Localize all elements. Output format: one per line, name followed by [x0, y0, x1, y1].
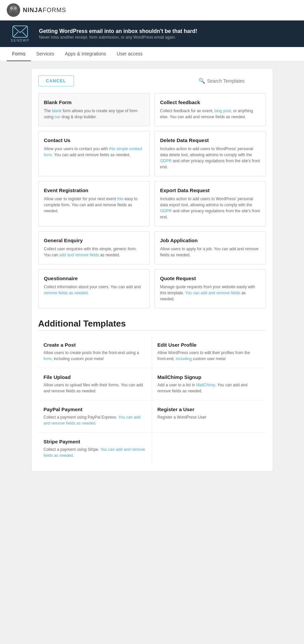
svg-line-10 [22, 32, 27, 37]
additional-template-grid: Create a Post Allow users to create post… [38, 336, 266, 465]
template-card-job-application[interactable]: Job Application Allow users to apply for… [155, 231, 266, 264]
search-input[interactable] [207, 78, 266, 84]
nav-item-forms[interactable]: Forms [7, 47, 31, 61]
template-card-desc: Manage quote requests from your website … [160, 284, 260, 302]
additional-card-desc: Allow users to create posts from the fro… [44, 350, 146, 362]
cancel-button[interactable]: CANCEL [38, 75, 74, 86]
template-card-title: Event Registration [44, 187, 144, 193]
template-card-desc: Allow users to apply for a job. You can … [160, 246, 260, 258]
template-card-title: Export Data Request [160, 187, 260, 193]
template-card-desc: Allow your users to contact you with thi… [44, 146, 144, 158]
additional-card-desc: Collect a payment using PayPal Express. … [44, 414, 146, 426]
template-card-desc: Collect feedback for an event, blog post… [160, 108, 260, 120]
template-card-quote-request[interactable]: Quote Request Manage quote requests from… [155, 269, 266, 308]
additional-card-desc: Collect a payment using Stripe. You can … [44, 446, 146, 459]
banner-subtitle: Never miss another receipt, form submiss… [39, 35, 297, 40]
main-content: CANCEL 🔍 Blank Form The blank form allow… [31, 68, 273, 472]
template-card-title: General Enquiry [44, 238, 144, 243]
template-card-delete-data-request[interactable]: Delete Data Request Includes action to a… [155, 131, 266, 176]
nav-item-apps-integrations[interactable]: Apps & Integrations [59, 47, 111, 61]
additional-card-mailchimp-signup[interactable]: MailChimp Signup Add a user to a list in… [152, 368, 266, 400]
additional-card-file-upload[interactable]: File Upload Allow users to upload files … [38, 368, 152, 400]
template-card-export-data-request[interactable]: Export Data Request Includes action to a… [155, 181, 266, 226]
header: NINJAFORMS [0, 0, 304, 20]
additional-card-title: File Upload [44, 374, 146, 380]
logo-area: NINJAFORMS [7, 3, 66, 17]
template-card-title: Delete Data Request [160, 137, 260, 143]
main-nav: Forms Services Apps & Integrations User … [0, 47, 304, 61]
banner: SENDWP Getting WordPress email into an i… [0, 20, 304, 47]
template-card-title: Contact Us [44, 137, 144, 143]
additional-card-title: PayPal Payment [44, 406, 146, 412]
template-card-event-registration[interactable]: Event Registration Allow user to registe… [38, 181, 150, 226]
template-card-title: Blank Form [44, 99, 144, 105]
template-card-desc: Allow user to register for your next eve… [44, 196, 144, 214]
template-card-title: Quote Request [160, 275, 260, 281]
additional-card-desc: Register a WordPress User [158, 414, 261, 420]
template-card-collect-feedback[interactable]: Collect feedback Collect feedback for an… [155, 93, 266, 126]
svg-point-6 [11, 8, 12, 9]
additional-card-title: Register a User [158, 406, 261, 412]
template-card-desc: The blank form allows you to create any … [44, 108, 144, 120]
additional-card-create-post[interactable]: Create a Post Allow users to create post… [38, 336, 152, 368]
additional-templates-title: Additional Templates [38, 318, 266, 329]
additional-card-desc: Allow users to upload files with their f… [44, 382, 146, 394]
banner-title: Getting WordPress email into an inbox sh… [39, 28, 297, 34]
additional-card-title: Stripe Payment [44, 439, 146, 444]
additional-card-title: Create a Post [44, 342, 146, 348]
ninja-forms-logo-icon [7, 3, 20, 17]
additional-card-paypal-payment[interactable]: PayPal Payment Collect a payment using P… [38, 400, 152, 433]
template-grid: Blank Form The blank form allows you to … [38, 93, 266, 308]
template-card-desc: Collect user enquiries with this simple,… [44, 246, 144, 258]
template-card-title: Collect feedback [160, 99, 260, 105]
nav-item-services[interactable]: Services [31, 47, 60, 61]
additional-card-desc: Add a user to a list in MailChimp. You c… [158, 382, 261, 394]
nav-item-user-access[interactable]: User access [112, 47, 148, 61]
template-card-desc: Includes action to add users to WordPres… [160, 146, 260, 170]
template-card-desc: Collect information about your users. Yo… [44, 284, 144, 296]
additional-card-title: MailChimp Signup [158, 374, 261, 380]
template-card-questionnaire[interactable]: Questionnaire Collect information about … [38, 269, 150, 308]
search-icon: 🔍 [199, 78, 205, 84]
top-bar: CANCEL 🔍 [38, 75, 266, 86]
banner-logo: SENDWP [7, 25, 34, 42]
additional-card-stripe-payment[interactable]: Stripe Payment Collect a payment using S… [38, 433, 152, 465]
sendwp-label: SENDWP [11, 39, 30, 42]
banner-text: Getting WordPress email into an inbox sh… [39, 28, 297, 40]
svg-point-7 [15, 8, 16, 9]
svg-line-9 [13, 32, 18, 37]
additional-card-edit-user-profile[interactable]: Edit User Profile Allow WordPress users … [152, 336, 266, 368]
template-card-blank-form[interactable]: Blank Form The blank form allows you to … [38, 93, 150, 126]
template-card-desc: Includes action to add users to WordPres… [160, 196, 260, 220]
additional-card-desc: Allow WordPress users to edit their prof… [158, 350, 261, 362]
additional-card-title: Edit User Profile [158, 342, 261, 348]
sendwp-icon [12, 25, 28, 38]
section-divider [38, 330, 266, 331]
search-area: 🔍 [199, 78, 266, 84]
additional-card-register-user[interactable]: Register a User Register a WordPress Use… [152, 400, 266, 433]
template-card-general-enquiry[interactable]: General Enquiry Collect user enquiries w… [38, 231, 150, 264]
template-card-title: Questionnaire [44, 275, 144, 281]
template-card-title: Job Application [160, 238, 260, 243]
logo-text: NINJAFORMS [23, 7, 66, 14]
template-card-contact-us[interactable]: Contact Us Allow your users to contact y… [38, 131, 150, 176]
